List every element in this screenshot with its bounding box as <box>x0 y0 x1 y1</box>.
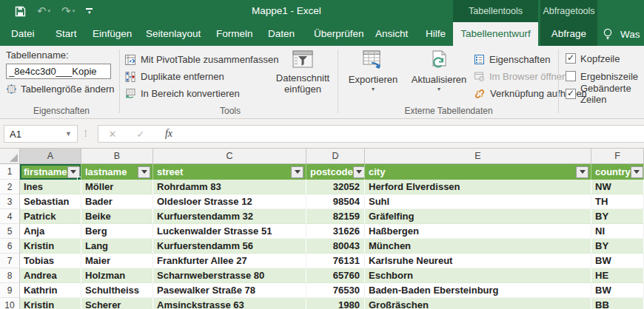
cell-postcode[interactable]: 98504 <box>306 194 365 209</box>
cell-country[interactable]: BY <box>591 239 644 254</box>
cell-lastname[interactable]: Beike <box>81 209 153 224</box>
tab-einfuegen[interactable]: Einfügen <box>93 22 132 46</box>
row-number[interactable]: 3 <box>0 194 20 209</box>
select-all-corner[interactable] <box>0 149 20 163</box>
formula-bar-resize-handle[interactable]: ⁞ <box>84 129 86 139</box>
save-button[interactable] <box>15 6 26 17</box>
filter-button[interactable] <box>291 166 303 178</box>
insert-function-button[interactable]: fx <box>155 128 183 140</box>
cell-lastname[interactable]: Bader <box>81 194 153 209</box>
cell-street[interactable]: Kurfuerstendamm 32 <box>153 209 306 224</box>
row-number[interactable]: 2 <box>0 180 20 194</box>
cell-street[interactable]: Frankfurter Allee 27 <box>153 254 306 268</box>
row-number[interactable]: 8 <box>0 268 20 283</box>
cell-firstname[interactable]: Andrea <box>20 268 81 283</box>
cell-postcode[interactable]: 1980 <box>306 298 365 309</box>
cell-city[interactable]: Großräschen <box>365 298 591 309</box>
enter-button[interactable]: ✓ <box>127 129 155 140</box>
column-header-a[interactable]: A <box>20 149 81 163</box>
cell-country[interactable]: BW <box>591 254 644 268</box>
cell-country[interactable]: BW <box>591 283 644 298</box>
filter-button[interactable] <box>576 166 588 178</box>
column-header-e[interactable]: E <box>365 149 591 163</box>
cell-street[interactable]: Amsinckstrasse 63 <box>153 298 306 309</box>
summarize-with-pivottable-button[interactable]: Mit PivotTable zusammenfassen <box>124 51 278 68</box>
cell-firstname[interactable]: Kathrin <box>20 283 81 298</box>
cell-lastname[interactable]: Maier <box>81 254 153 268</box>
tab-daten[interactable]: Daten <box>268 22 295 46</box>
cell-country[interactable]: BB <box>591 298 644 309</box>
remove-duplicates-button[interactable]: Duplikate entfernen <box>124 68 278 85</box>
table-name-input[interactable] <box>6 64 111 79</box>
cell-postcode[interactable]: 80043 <box>306 239 365 254</box>
cell-street[interactable]: Luckenwalder Strasse 51 <box>153 224 306 239</box>
cell-city[interactable]: Karlsruhe Neureut <box>365 254 591 268</box>
cell-postcode[interactable]: 31626 <box>306 224 365 239</box>
filter-button[interactable] <box>631 166 643 178</box>
table-header-city[interactable]: city <box>365 164 591 180</box>
table-header-lastname[interactable]: lastname <box>81 164 153 180</box>
row-number[interactable]: 9 <box>0 283 20 298</box>
row-number[interactable]: 6 <box>0 239 20 254</box>
insert-slicer-button[interactable]: Datenschnitt einfügen <box>271 50 335 95</box>
cell-street[interactable]: Scharnweberstrasse 80 <box>153 268 306 283</box>
cell-postcode[interactable]: 76131 <box>306 254 365 268</box>
tell-me-button[interactable]: Was <box>603 22 640 46</box>
row-number[interactable]: 5 <box>0 224 20 239</box>
formula-input[interactable] <box>183 126 644 142</box>
refresh-button[interactable]: Aktualisieren ▾ <box>406 50 472 92</box>
table-header-street[interactable]: street <box>153 164 306 180</box>
cell-postcode[interactable]: 82159 <box>306 209 365 224</box>
tab-tabellenentwurf[interactable]: Tabellenentwurf <box>453 22 538 46</box>
cell-city[interactable]: Herford Elverdissen <box>365 180 591 194</box>
tab-hilfe[interactable]: Hilfe <box>426 22 446 46</box>
cell-street[interactable]: Rohrdamm 83 <box>153 180 306 194</box>
row-number[interactable]: 4 <box>0 209 20 224</box>
cancel-button[interactable]: ✕ <box>98 129 127 140</box>
cell-street[interactable]: Kurfuerstendamm 56 <box>153 239 306 254</box>
cell-street[interactable]: Oldesloer Strasse 12 <box>153 194 306 209</box>
cell-lastname[interactable]: Berg <box>81 224 153 239</box>
cell-firstname[interactable]: Sebastian <box>20 194 81 209</box>
cell-country[interactable]: TH <box>591 194 644 209</box>
cell-country[interactable]: HE <box>591 268 644 283</box>
cell-postcode[interactable]: 32052 <box>306 180 365 194</box>
row-number[interactable]: 1 <box>0 164 20 180</box>
table-header-postcode[interactable]: postcode <box>306 164 365 180</box>
tab-formeln[interactable]: Formeln <box>216 22 253 46</box>
fill-handle[interactable] <box>77 177 81 180</box>
cell-firstname[interactable]: Kristin <box>20 239 81 254</box>
tab-ueberpruefen[interactable]: Überprüfen <box>314 22 364 46</box>
table-style-checkbox[interactable]: Ergebniszeile <box>566 70 644 82</box>
name-box[interactable]: A1 ▼ <box>4 125 78 143</box>
filter-button[interactable] <box>353 166 365 178</box>
row-number[interactable]: 7 <box>0 254 20 268</box>
table-style-checkbox[interactable]: Kopfzeile <box>566 52 644 64</box>
cell-country[interactable]: BY <box>591 209 644 224</box>
cell-street[interactable]: Pasewalker Straße 78 <box>153 283 306 298</box>
cell-country[interactable]: NI <box>591 224 644 239</box>
column-header-c[interactable]: C <box>153 149 306 163</box>
cell-city[interactable]: Suhl <box>365 194 591 209</box>
cell-country[interactable]: NW <box>591 180 644 194</box>
cell-firstname[interactable]: Anja <box>20 224 81 239</box>
cell-lastname[interactable]: Holzman <box>81 268 153 283</box>
tab-start[interactable]: Start <box>56 22 77 46</box>
undo-button[interactable]: ↶ ▾ <box>37 4 50 18</box>
cell-lastname[interactable]: Lang <box>81 239 153 254</box>
customize-qat-button[interactable]: ▾ <box>86 8 93 14</box>
cell-firstname[interactable]: Tobias <box>20 254 81 268</box>
cell-postcode[interactable]: 65760 <box>306 268 365 283</box>
column-header-b[interactable]: B <box>81 149 153 163</box>
cell-city[interactable]: Gräfelfing <box>365 209 591 224</box>
tab-ansicht[interactable]: Ansicht <box>375 22 408 46</box>
cell-city[interactable]: München <box>365 239 591 254</box>
cell-postcode[interactable]: 76530 <box>306 283 365 298</box>
cell-firstname[interactable]: Patrick <box>20 209 81 224</box>
row-number[interactable]: 10 <box>0 298 20 309</box>
cell-lastname[interactable]: Scherer <box>81 298 153 309</box>
cell-lastname[interactable]: Schultheiss <box>81 283 153 298</box>
cell-city[interactable]: Eschborn <box>365 268 591 283</box>
resize-table-button[interactable]: Tabellengröße ändern <box>6 84 117 95</box>
tab-datei[interactable]: Datei <box>11 22 35 46</box>
